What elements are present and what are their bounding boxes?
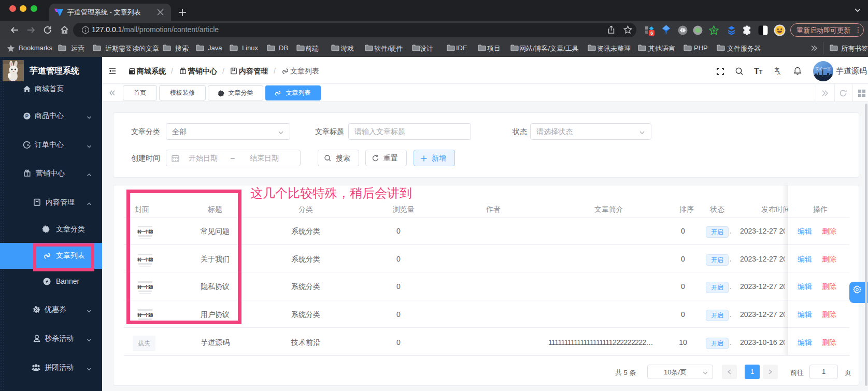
svg-text:A: A: [777, 71, 780, 76]
svg-text:P: P: [25, 113, 29, 119]
svg-text:文心一言: 文心一言: [816, 66, 832, 71]
svg-text:6: 6: [650, 31, 653, 36]
